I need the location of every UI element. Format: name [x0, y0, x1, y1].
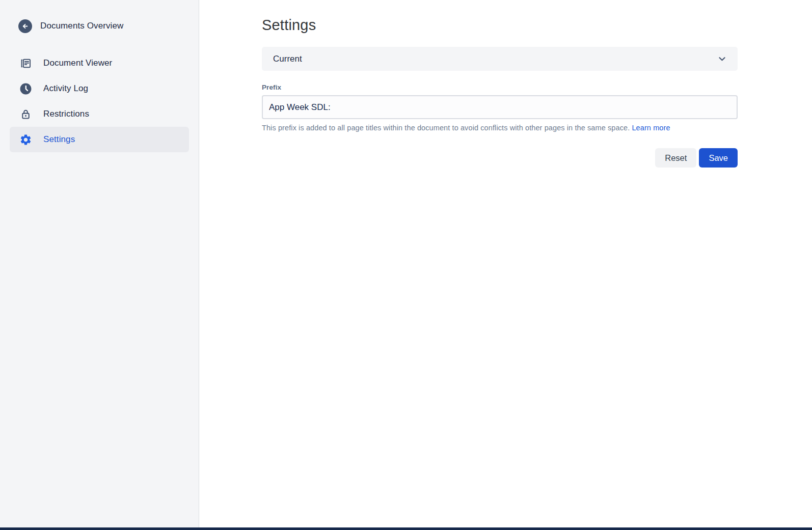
prefix-help-description: This prefix is added to all page titles …: [262, 124, 630, 132]
gear-icon: [19, 133, 32, 146]
sidebar-item-document-viewer[interactable]: Document Viewer: [10, 50, 189, 76]
form-actions: Reset Save: [262, 148, 738, 168]
version-select[interactable]: Current: [262, 47, 738, 71]
chevron-down-icon: [717, 53, 727, 64]
document-viewer-icon: [19, 57, 32, 70]
prefix-input[interactable]: [262, 95, 738, 119]
sidebar-item-label: Documents Overview: [40, 21, 123, 31]
sidebar-item-label: Restrictions: [43, 109, 89, 119]
main-content: Settings Current Prefix This prefix is a…: [199, 0, 812, 527]
sidebar-item-restrictions[interactable]: Restrictions: [10, 101, 189, 127]
sidebar-item-label: Document Viewer: [43, 58, 112, 68]
save-button[interactable]: Save: [699, 148, 738, 168]
sidebar-item-label: Settings: [43, 134, 75, 145]
version-select-value: Current: [273, 54, 302, 64]
lock-icon: [19, 108, 32, 121]
back-arrow-icon: [18, 19, 32, 33]
page-title: Settings: [262, 17, 738, 34]
sidebar-item-settings[interactable]: Settings: [10, 127, 189, 152]
learn-more-link[interactable]: Learn more: [632, 124, 670, 132]
sidebar-item-activity-log[interactable]: Activity Log: [10, 76, 189, 101]
sidebar-item-documents-overview[interactable]: Documents Overview: [10, 14, 189, 38]
sidebar-item-label: Activity Log: [43, 83, 88, 94]
sidebar: Documents Overview Document Viewer Activ…: [0, 0, 199, 527]
bottom-edge-bar: [0, 527, 812, 530]
clock-icon: [19, 82, 32, 95]
reset-button[interactable]: Reset: [655, 148, 696, 168]
prefix-help-text: This prefix is added to all page titles …: [262, 124, 738, 132]
app-window: Documents Overview Document Viewer Activ…: [0, 0, 812, 527]
prefix-label: Prefix: [262, 83, 738, 91]
